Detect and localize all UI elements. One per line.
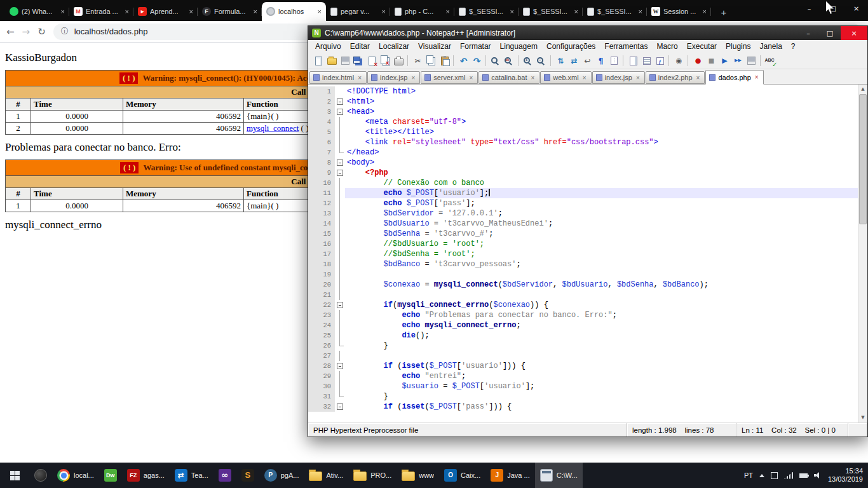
- scrollbar-track[interactable]: [858, 94, 867, 413]
- browser-tab[interactable]: localhos×: [262, 2, 326, 21]
- editor-tab[interactable]: server.xml×: [421, 71, 478, 84]
- monitoring-icon[interactable]: ◉: [672, 54, 686, 67]
- taskbar-item-outlook[interactable]: OCaix...: [439, 463, 485, 488]
- code-line[interactable]: 1<!DOCTYPE html>: [308, 86, 858, 97]
- save-macro-icon[interactable]: [745, 54, 758, 67]
- tab-close-icon[interactable]: ×: [382, 8, 386, 15]
- taskbar-item-pinned-app[interactable]: [29, 463, 52, 488]
- notepad-title-bar[interactable]: N C:\wamp64\www\dados.php - Notepad++ [A…: [308, 26, 867, 40]
- code-line[interactable]: 7</head>: [308, 147, 858, 158]
- fold-toggle-icon[interactable]: [335, 107, 345, 117]
- function-list-icon[interactable]: f: [653, 54, 667, 67]
- menu-macro[interactable]: Macro: [652, 42, 682, 51]
- taskbar-item-java[interactable]: JJava ...: [485, 463, 534, 488]
- tab-close-icon[interactable]: ×: [510, 8, 514, 15]
- redo-icon[interactable]: ↷: [470, 54, 484, 67]
- code-line[interactable]: 9 <?php: [308, 168, 858, 178]
- browser-tab[interactable]: (2) Wha...×: [5, 2, 69, 21]
- taskbar-item-teamviewer[interactable]: ⇄Tea...: [170, 463, 214, 488]
- browser-tab[interactable]: $_SESSI...×: [519, 2, 583, 21]
- browser-tab[interactable]: php - C...×: [390, 2, 454, 21]
- taskbar-item-sublime[interactable]: S: [236, 463, 259, 488]
- sync-vertical-icon[interactable]: ⇅: [554, 54, 567, 67]
- code-line[interactable]: 27: [308, 351, 858, 361]
- back-icon[interactable]: ←: [6, 26, 15, 37]
- npp-maximize-button[interactable]: □: [819, 26, 841, 40]
- tab-close-icon[interactable]: ×: [125, 8, 129, 15]
- clock[interactable]: 15:34 13/03/2019: [828, 467, 863, 484]
- editor-tab[interactable]: index.jsp×: [367, 71, 420, 84]
- taskbar-item-folder-www[interactable]: www: [397, 463, 439, 488]
- code-line[interactable]: 26 }: [308, 341, 858, 351]
- code-line[interactable]: 2<html>: [308, 97, 858, 107]
- menu-ferramentas[interactable]: Ferramentas: [600, 42, 652, 51]
- fold-toggle-icon[interactable]: [335, 158, 345, 168]
- code-line[interactable]: 4 <meta charset="utf-8">: [308, 117, 858, 127]
- taskbar-item-pgadmin[interactable]: PpgA...: [259, 463, 304, 488]
- menu-executar[interactable]: Executar: [682, 42, 721, 51]
- language-indicator[interactable]: PT: [744, 471, 753, 479]
- tab-close-icon[interactable]: ×: [469, 74, 473, 81]
- code-line[interactable]: 5 <title></title>: [308, 127, 858, 137]
- code-line[interactable]: 32 if (isset($_POST['pass'])) {: [308, 402, 858, 412]
- tab-close-icon[interactable]: ×: [583, 74, 587, 81]
- taskbar-item-visual-studio[interactable]: ∞: [214, 463, 236, 488]
- page-info-icon[interactable]: ⓘ: [61, 26, 69, 37]
- browser-tab[interactable]: pegar v...×: [326, 2, 390, 21]
- menu-help[interactable]: ?: [787, 42, 800, 51]
- taskbar-item-dreamweaver[interactable]: Dw: [99, 463, 122, 488]
- menu-plugins[interactable]: Plugins: [721, 42, 755, 51]
- sync-horizontal-icon[interactable]: ⇄: [567, 54, 581, 67]
- copy-icon[interactable]: [424, 54, 438, 67]
- minimize-button[interactable]: –: [797, 0, 821, 18]
- menu-visualizar[interactable]: Visualizar: [414, 42, 456, 51]
- code-line[interactable]: 25 die();: [308, 330, 858, 341]
- close-button[interactable]: ×: [844, 0, 868, 18]
- fold-toggle-icon[interactable]: [335, 361, 345, 371]
- zoom-out-icon[interactable]: [535, 54, 548, 67]
- close-all-icon[interactable]: [379, 54, 392, 67]
- tab-close-icon[interactable]: ×: [189, 8, 193, 15]
- browser-tab[interactable]: MEntrada ...×: [69, 2, 133, 21]
- battery-icon[interactable]: [799, 473, 808, 478]
- volume-icon[interactable]: [814, 472, 822, 478]
- new-file-icon[interactable]: [312, 54, 325, 67]
- code-area[interactable]: 1<!DOCTYPE html>2<html>3<head>4 <meta ch…: [308, 85, 858, 423]
- find-icon[interactable]: [489, 54, 503, 67]
- tab-close-icon[interactable]: ×: [696, 74, 700, 81]
- code-line[interactable]: 17 //$bdSenha = 'root';: [308, 249, 858, 259]
- tab-close-icon[interactable]: ×: [318, 8, 322, 15]
- tab-close-icon[interactable]: ×: [61, 8, 65, 15]
- spell-check-icon[interactable]: ABC: [764, 54, 777, 67]
- code-line[interactable]: 15 $bdSenha = 't3carvvo_#';: [308, 229, 858, 239]
- menu-linguagem[interactable]: Linguagem: [496, 42, 542, 51]
- taskbar-item-notepad-admin[interactable]: C:\W...: [535, 463, 583, 488]
- stop-macro-icon[interactable]: ■: [705, 54, 718, 67]
- tab-close-icon[interactable]: ×: [574, 8, 578, 15]
- new-tab-button[interactable]: +: [715, 3, 733, 21]
- forward-icon[interactable]: →: [22, 26, 31, 37]
- code-line[interactable]: 30 $usuario = $_POST['usuario'];: [308, 381, 858, 391]
- tab-close-icon[interactable]: ×: [446, 8, 450, 15]
- fold-toggle-icon[interactable]: [335, 402, 345, 412]
- scroll-up-icon[interactable]: ▲: [858, 85, 867, 94]
- replace-icon[interactable]: [503, 54, 516, 67]
- code-line[interactable]: 6 <link rel="stylesheet" type="text/css"…: [308, 137, 858, 147]
- code-line[interactable]: 8<body>: [308, 158, 858, 168]
- indent-guide-icon[interactable]: [607, 54, 621, 67]
- code-line[interactable]: 22 if(mysqli_connect_errno($conexao)) {: [308, 300, 858, 310]
- taskbar-item-chrome[interactable]: local...: [52, 463, 99, 488]
- run-macro-multi-icon[interactable]: ▶▶: [731, 54, 745, 67]
- tab-close-icon[interactable]: ×: [703, 8, 707, 15]
- tab-close-icon[interactable]: ×: [639, 8, 642, 15]
- browser-tab[interactable]: $_SESSI...×: [454, 2, 519, 21]
- browser-tab[interactable]: FFormula...×: [198, 2, 262, 21]
- menu-formatar[interactable]: Formatar: [456, 42, 496, 51]
- function-doc-link[interactable]: mysqli_connect: [247, 123, 299, 133]
- code-line[interactable]: 31 }: [308, 391, 858, 402]
- code-line[interactable]: 16 //$bdUsuario = 'root';: [308, 239, 858, 249]
- code-line[interactable]: 11 echo $_POST['usuario'];: [308, 188, 858, 198]
- taskbar-item-folder-pro[interactable]: PRO...: [348, 463, 397, 488]
- play-macro-icon[interactable]: ▶: [718, 54, 731, 67]
- doc-map-icon[interactable]: [627, 54, 640, 67]
